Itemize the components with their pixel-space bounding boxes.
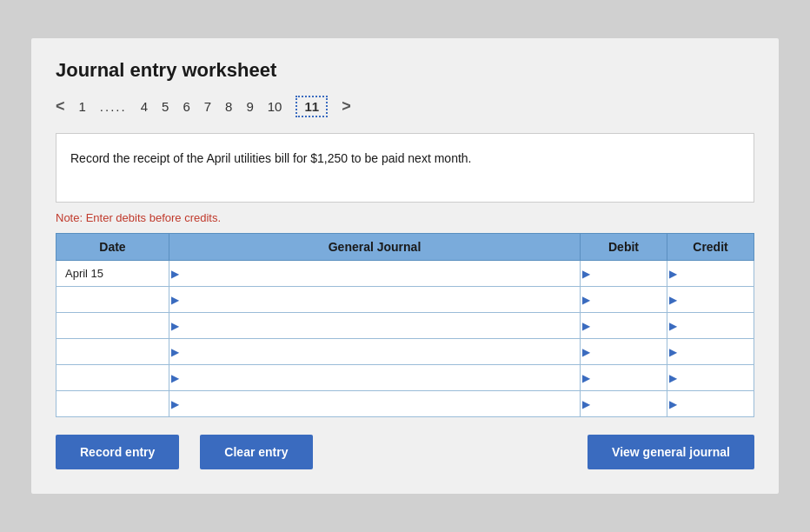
view-general-journal-button[interactable]: View general journal <box>588 435 754 469</box>
arrow-icon: ▶ <box>171 320 179 332</box>
arrow-icon: ▶ <box>669 372 677 384</box>
arrow-icon: ▶ <box>669 268 677 280</box>
arrow-icon: ▶ <box>582 398 590 410</box>
arrow-icon: ▶ <box>582 268 590 280</box>
debit-cell-0[interactable]: ▶ <box>581 261 667 287</box>
arrow-icon: ▶ <box>582 372 590 384</box>
journal-input-1[interactable] <box>169 287 580 312</box>
credit-cell-4[interactable]: ▶ <box>667 365 754 391</box>
page-4[interactable]: 4 <box>141 99 148 114</box>
table-row: ▶▶▶ <box>56 339 754 365</box>
page-7[interactable]: 7 <box>204 99 211 114</box>
table-row: ▶▶▶ <box>56 391 754 417</box>
credit-input-0[interactable] <box>667 261 754 286</box>
journal-cell-1[interactable]: ▶ <box>169 287 581 313</box>
arrow-icon: ▶ <box>171 268 179 280</box>
journal-cell-4[interactable]: ▶ <box>169 365 581 391</box>
next-arrow[interactable]: > <box>342 97 351 116</box>
journal-cell-3[interactable]: ▶ <box>169 339 581 365</box>
arrow-icon: ▶ <box>582 294 590 306</box>
col-header-debit: Debit <box>581 234 667 261</box>
arrow-icon: ▶ <box>171 372 179 384</box>
ellipsis: ..... <box>100 99 127 114</box>
credit-input-2[interactable] <box>667 313 754 338</box>
debit-input-1[interactable] <box>581 287 667 312</box>
instruction-box: Record the receipt of the April utilitie… <box>56 133 754 203</box>
debit-input-4[interactable] <box>581 365 667 390</box>
arrow-icon: ▶ <box>582 320 590 332</box>
journal-input-0[interactable] <box>169 261 580 286</box>
credit-cell-0[interactable]: ▶ <box>667 261 754 287</box>
col-header-journal: General Journal <box>169 234 581 261</box>
journal-input-3[interactable] <box>169 339 580 364</box>
page-1[interactable]: 1 <box>79 99 86 114</box>
page-active[interactable]: 11 <box>295 96 328 117</box>
credit-cell-5[interactable]: ▶ <box>667 391 754 417</box>
date-cell-0: April 15 <box>56 261 169 287</box>
page-title: Journal entry worksheet <box>56 59 754 82</box>
date-cell-5 <box>56 391 169 417</box>
page-8[interactable]: 8 <box>225 99 232 114</box>
debit-cell-5[interactable]: ▶ <box>581 391 667 417</box>
credit-cell-3[interactable]: ▶ <box>667 339 754 365</box>
arrow-icon: ▶ <box>582 346 590 358</box>
credit-input-1[interactable] <box>667 287 754 312</box>
date-cell-4 <box>56 365 169 391</box>
journal-cell-0[interactable]: ▶ <box>169 261 581 287</box>
page-6[interactable]: 6 <box>183 99 189 114</box>
journal-input-2[interactable] <box>169 313 580 338</box>
col-header-credit: Credit <box>667 234 754 261</box>
table-row: April 15▶▶▶ <box>56 261 754 287</box>
journal-cell-2[interactable]: ▶ <box>169 313 581 339</box>
debit-cell-3[interactable]: ▶ <box>581 339 667 365</box>
credit-cell-2[interactable]: ▶ <box>667 313 754 339</box>
page-9[interactable]: 9 <box>246 99 253 114</box>
debit-input-3[interactable] <box>581 339 667 364</box>
note-text: Note: Enter debits before credits. <box>56 211 754 224</box>
table-row: ▶▶▶ <box>56 313 754 339</box>
journal-table: Date General Journal Debit Credit April … <box>56 233 754 417</box>
credit-input-5[interactable] <box>667 391 754 416</box>
table-row: ▶▶▶ <box>56 287 754 313</box>
arrow-icon: ▶ <box>669 320 677 332</box>
arrow-icon: ▶ <box>171 294 179 306</box>
arrow-icon: ▶ <box>171 398 179 410</box>
pagination: < 1 ..... 4 5 6 7 8 9 10 11 > <box>56 96 754 117</box>
record-entry-button[interactable]: Record entry <box>56 435 179 469</box>
credit-input-3[interactable] <box>667 339 754 364</box>
debit-cell-4[interactable]: ▶ <box>581 365 667 391</box>
page-5[interactable]: 5 <box>162 99 169 114</box>
debit-input-5[interactable] <box>581 391 667 416</box>
journal-input-5[interactable] <box>169 391 580 416</box>
buttons-row: Record entry Clear entry View general jo… <box>56 435 754 469</box>
date-cell-3 <box>56 339 169 365</box>
col-header-date: Date <box>56 234 169 261</box>
arrow-icon: ▶ <box>171 346 179 358</box>
page-10[interactable]: 10 <box>268 99 282 114</box>
clear-entry-button[interactable]: Clear entry <box>200 435 312 469</box>
arrow-icon: ▶ <box>669 346 677 358</box>
debit-cell-2[interactable]: ▶ <box>581 313 667 339</box>
arrow-icon: ▶ <box>669 294 677 306</box>
debit-input-2[interactable] <box>581 313 667 338</box>
prev-arrow[interactable]: < <box>56 97 65 116</box>
table-row: ▶▶▶ <box>56 365 754 391</box>
debit-input-0[interactable] <box>581 261 667 286</box>
debit-cell-1[interactable]: ▶ <box>581 287 667 313</box>
credit-cell-1[interactable]: ▶ <box>667 287 754 313</box>
date-cell-2 <box>56 313 169 339</box>
main-container: Journal entry worksheet < 1 ..... 4 5 6 … <box>31 38 779 494</box>
journal-cell-5[interactable]: ▶ <box>169 391 581 417</box>
instruction-text: Record the receipt of the April utilitie… <box>70 151 472 165</box>
arrow-icon: ▶ <box>669 398 677 410</box>
date-cell-1 <box>56 287 169 313</box>
credit-input-4[interactable] <box>667 365 754 390</box>
journal-input-4[interactable] <box>169 365 580 390</box>
